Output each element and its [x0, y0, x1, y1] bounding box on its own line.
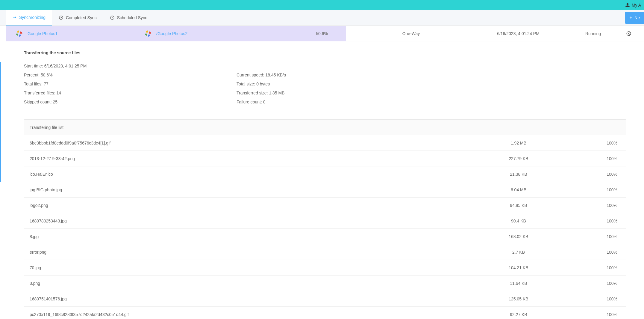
main-area: Google Photos1 /Google Photos2 50.6% One…: [0, 26, 644, 319]
user-icon: [625, 3, 630, 7]
file-name: jpg.BIG photo.jpg: [30, 187, 477, 192]
sync-mode: One-Way: [346, 31, 476, 36]
table-row: ico.HaiEr.ico21.38 KB100%: [24, 166, 626, 182]
stats-col-right: Current speed: 18.45 KB/s Total size: 0 …: [237, 73, 626, 104]
source-label: Google Photos1: [28, 31, 57, 36]
file-progress: 100%: [560, 156, 620, 161]
table-row: 70.jpg104.21 KB100%: [24, 260, 626, 276]
stat-transferred-size: Transferred size: 1.85 MB: [237, 91, 626, 95]
account-menu[interactable]: My A: [625, 3, 641, 7]
file-size: 11.64 KB: [477, 281, 560, 286]
file-progress: 100%: [560, 297, 620, 301]
cancel-sync-button[interactable]: [626, 31, 644, 36]
clock-icon: [110, 15, 115, 20]
file-list-header-label: Transfering file list: [30, 125, 477, 130]
sync-percent: 50.6%: [281, 31, 346, 36]
new-button-label: Ne: [634, 15, 640, 20]
secondary-bar: Synchronizing Completed Sync Scheduled S…: [0, 10, 644, 26]
stat-current-speed: Current speed: 18.45 KB/s: [237, 73, 626, 77]
file-name: error.png: [30, 250, 477, 255]
google-photos-icon: [15, 29, 23, 38]
file-name: 6be3bbbb1fd8eddd0f9a0f75676c3dc4[1].gif: [30, 141, 477, 145]
stat-skipped-count: Skipped count: 25: [24, 100, 237, 104]
file-size: 168.02 KB: [477, 234, 560, 239]
file-name: 1680751401576.jpg: [30, 297, 477, 301]
file-list-table: Transfering file list 6be3bbbb1fd8eddd0f…: [24, 119, 626, 319]
destination-label: /Google Photos2: [156, 31, 187, 36]
sync-source: Google Photos1: [6, 29, 144, 38]
table-row: jpg.BIG photo.jpg6.04 MB100%: [24, 182, 626, 198]
file-size: 2.7 KB: [477, 250, 560, 255]
account-label: My A: [632, 3, 641, 7]
tab-synchronizing[interactable]: Synchronizing: [6, 10, 52, 25]
stat-transferred-files: Transferred files: 14: [24, 91, 237, 95]
file-progress: 100%: [560, 281, 620, 286]
file-name: 3.png: [30, 281, 477, 286]
stat-total-size: Total size: 0 bytes: [237, 82, 626, 86]
file-name: 70.jpg: [30, 265, 477, 270]
stat-start-time: Start time: 6/16/2023, 4:01:25 PM: [24, 64, 626, 68]
file-rows-container: 6be3bbbb1fd8eddd0f9a0f75676c3dc4[1].gif1…: [24, 135, 626, 319]
sync-datetime: 6/16/2023, 4:01:24 PM: [476, 31, 560, 36]
content: Google Photos1 /Google Photos2 50.6% One…: [6, 26, 644, 319]
table-row: 6be3bbbb1fd8eddd0f9a0f75676c3dc4[1].gif1…: [24, 135, 626, 151]
top-bar: My A: [0, 0, 644, 10]
file-progress: 100%: [560, 172, 620, 177]
stat-failure-count: Failure count: 0: [237, 100, 626, 104]
tab-label: Synchronizing: [19, 15, 46, 20]
file-progress: 100%: [560, 250, 620, 255]
svg-point-0: [59, 16, 63, 19]
arrow-right-icon: [13, 15, 17, 19]
tab-label: Completed Sync: [66, 15, 97, 20]
sync-task-row[interactable]: Google Photos1 /Google Photos2 50.6% One…: [6, 26, 644, 41]
tab-scheduled-sync[interactable]: Scheduled Sync: [103, 10, 154, 25]
file-size: 125.05 KB: [477, 297, 560, 301]
file-name: pc270x119_16f8c8283f357d242afa2d432c051d…: [30, 312, 477, 317]
table-row: 2013-12-27 9-33-42.png227.79 KB100%: [24, 151, 626, 166]
sync-status: Running: [560, 31, 626, 36]
stats-grid: Percent: 50.6% Total files: 77 Transferr…: [24, 73, 626, 104]
tab-label: Scheduled Sync: [117, 15, 147, 20]
plus-icon: [629, 16, 633, 19]
table-row: 1680780253443.jpg90.4 KB100%: [24, 213, 626, 229]
file-size: 92.27 KB: [477, 312, 560, 317]
sync-tabs: Synchronizing Completed Sync Scheduled S…: [6, 10, 154, 25]
table-row: 8.jpg168.02 KB100%: [24, 229, 626, 244]
new-sync-button[interactable]: Ne: [625, 12, 644, 24]
file-progress: 100%: [560, 265, 620, 270]
file-size: 6.04 MB: [477, 187, 560, 192]
file-name: 1680780253443.jpg: [30, 219, 477, 223]
stats-col-left: Percent: 50.6% Total files: 77 Transferr…: [24, 73, 237, 104]
file-progress: 100%: [560, 141, 620, 145]
table-row: 1680751401576.jpg125.05 KB100%: [24, 291, 626, 307]
transfer-details: Transferring the source files Start time…: [6, 41, 644, 119]
table-row: logo2.png94.85 KB100%: [24, 198, 626, 213]
file-size: 94.85 KB: [477, 203, 560, 208]
file-size: 21.38 KB: [477, 172, 560, 177]
table-row: pc270x119_16f8c8283f357d242afa2d432c051d…: [24, 307, 626, 319]
stat-percent: Percent: 50.6%: [24, 73, 237, 77]
sync-task-left: Google Photos1 /Google Photos2 50.6%: [6, 26, 346, 41]
file-progress: 100%: [560, 219, 620, 223]
file-progress: 100%: [560, 187, 620, 192]
file-name: 2013-12-27 9-33-42.png: [30, 156, 477, 161]
file-name: ico.HaiEr.ico: [30, 172, 477, 177]
google-photos-icon: [144, 29, 152, 38]
file-name: 8.jpg: [30, 234, 477, 239]
sync-task-right: One-Way 6/16/2023, 4:01:24 PM Running: [346, 26, 644, 41]
file-progress: 100%: [560, 203, 620, 208]
file-name: logo2.png: [30, 203, 477, 208]
file-size: 1.92 MB: [477, 141, 560, 145]
cancel-icon: [626, 31, 644, 36]
table-row: error.png2.7 KB100%: [24, 244, 626, 260]
file-progress: 100%: [560, 312, 620, 317]
file-size: 227.79 KB: [477, 156, 560, 161]
details-heading: Transferring the source files: [24, 50, 626, 55]
check-circle-icon: [59, 15, 63, 20]
file-size: 104.21 KB: [477, 265, 560, 270]
file-progress: 100%: [560, 234, 620, 239]
left-indicator: [0, 62, 6, 182]
stat-total-files: Total files: 77: [24, 82, 237, 86]
tab-completed-sync[interactable]: Completed Sync: [52, 10, 103, 25]
file-list-header: Transfering file list: [24, 120, 626, 135]
